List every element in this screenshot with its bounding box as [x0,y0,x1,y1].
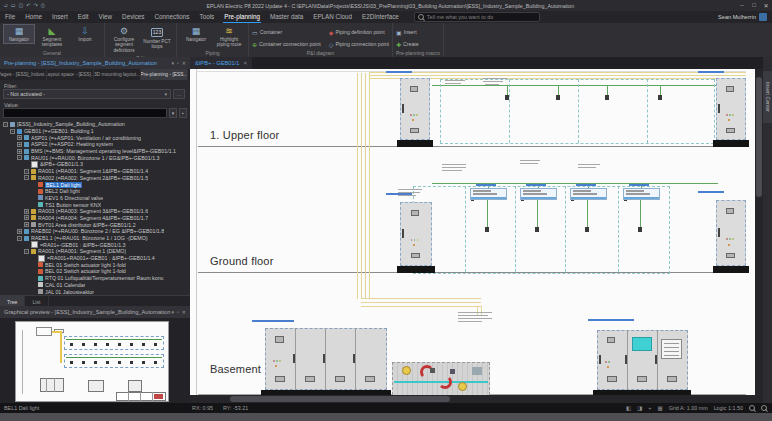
menu-tab-master-data[interactable]: Master data [265,11,308,23]
filter-more-button[interactable]: … [173,89,185,99]
container-button[interactable]: ▭Container [252,29,321,36]
expand-icon[interactable]: + [17,149,22,154]
piping-connection-point-button[interactable]: ◇Piping connection point [329,41,389,48]
value-input[interactable] [3,108,167,118]
tree-item[interactable]: -[ESS]_Industry_Sample_Building_Automati… [0,121,190,128]
menu-tab-e2dinterface[interactable]: E2DInterface [357,11,404,23]
expand-icon[interactable]: + [17,135,22,140]
tree-item[interactable]: =RA001+RA001+-GEB01 : &IPB+-GEB01/1.4 [0,255,190,262]
panel-tab-3[interactable]: Pre-planning - [ESS... [141,69,188,80]
expand-icon[interactable]: + [17,229,22,234]
filter-select[interactable]: - Not activated - ▾ [3,89,171,99]
highlight-piping-route-button[interactable]: ≋Highlight piping route [213,24,245,50]
save-icon[interactable]: ◫ [19,2,24,9]
tree-item[interactable]: -RA001 (=RA001: Segment 1&IPB+-GEB01/1.4 [0,168,190,175]
menu-tab-home[interactable]: Home [20,11,47,23]
segment-templates-button[interactable]: ◣Segment templates [36,24,68,50]
menu-tab-eplan-cloud[interactable]: EPLAN Cloud [308,11,357,23]
close-icon[interactable]: ✕ [760,2,772,9]
close-icon[interactable]: ✕ [182,60,186,66]
close-icon[interactable]: × [243,60,247,66]
scrollbar-thumb[interactable] [756,77,762,197]
collapse-icon[interactable]: - [24,249,29,254]
vertical-scrollbar[interactable] [755,69,763,395]
tree-item[interactable]: +RA004 (=RA004: Segment 4&IPB+-GEB01/1.7 [0,215,190,222]
menu-tab-insert[interactable]: Insert [47,11,73,23]
insert-center-tab[interactable]: Insert Center [763,71,772,123]
tree-item[interactable]: BEL1 Dali light [0,181,190,188]
snap-icon[interactable]: ◧ [626,405,631,411]
minimize-icon[interactable]: – [736,2,748,9]
tree-item[interactable]: +RAEB02 (=+RAU00: Bürozone 2 / EG &IPB+-… [0,228,190,235]
maximize-icon[interactable]: □ [748,2,760,9]
collapse-icon[interactable]: - [24,175,29,180]
tree-item[interactable]: CAL 01 Calendar [0,282,190,289]
tree-item[interactable]: BEL 02 Switch actuator light 1-fold [0,268,190,275]
object-snap-icon[interactable]: ◨ [637,405,642,411]
menu-tab-tools[interactable]: Tools [195,11,220,23]
scrollbar-thumb[interactable] [230,396,450,402]
zoom-out-icon[interactable] [749,405,755,411]
tree-item[interactable]: BEL2 Dali light [0,188,190,195]
expand-icon[interactable]: + [24,209,29,214]
collapse-icon[interactable]: - [24,169,29,174]
tree-item[interactable]: -RA001 (=RA001: Segment 1 (DEMO) [0,248,190,255]
panel-tab-0[interactable]: Pages - [ESS]_Indust... [0,69,47,80]
tree-item[interactable]: JAL 01 Jalousieaktor [0,288,190,295]
expand-icon[interactable]: + [24,215,29,220]
tree-item[interactable]: +ASP02 (=+ASP02: Heating system [0,141,190,148]
collapse-icon[interactable]: - [17,236,22,241]
zoom-in-icon[interactable] [761,405,767,411]
value-dropdown-button[interactable]: ▾ [169,108,177,118]
panel-tab-1[interactable]: Layout space - [ESS]... [47,69,94,80]
tree-item[interactable]: &IPB+-GEB01/1.3 [0,161,190,168]
user-area[interactable]: Sean Mulherrin [718,13,772,21]
tree-item[interactable]: +BVT01 Area distributor &IPB+-GEB01/1.2 [0,221,190,228]
menu-tab-edit[interactable]: Edit [73,11,94,23]
menu-tab-view[interactable]: View [94,11,118,23]
navigator-button[interactable]: ▦Navigator [180,24,212,44]
tree-item[interactable]: -RAU01 (=+RAU00: Bürozone 1 / EG&IPB+-GE… [0,154,190,161]
redo-icon[interactable]: ↷ [34,2,38,9]
expand-icon[interactable]: + [17,142,22,147]
undo-icon[interactable]: ↶ [26,2,30,9]
tree-item[interactable]: =RA01+-GEB01 : &IPB+-GEB01/1.3 [0,241,190,248]
navigator-button[interactable]: ▦Navigator [3,24,35,44]
menu-tab-connections[interactable]: Connections [150,11,195,23]
float-icon[interactable]: ▫ [177,60,179,66]
import-button[interactable]: ⇩Import [69,24,101,44]
panel-tab-2[interactable]: 3D mounting layout... [94,69,141,80]
document-tab[interactable]: &IPB+ - GEB01/1 × [190,57,252,69]
tree-item[interactable]: -RAEB1.1 (=+RAU01: Bürozone 1 / 1OG -(DE… [0,235,190,242]
configure-segment-definitions-button[interactable]: ⚙Configure segment definitions [108,24,140,55]
tree-item[interactable]: +BMS (=+BMS: Management operating level&… [0,148,190,155]
tree-item[interactable]: BEL 01 Switch actuator light 1-fold [0,261,190,268]
insert-button[interactable]: ▣Insert [396,29,440,36]
tree-item[interactable]: +ASP01 (=+ASP01: Ventilation / air condi… [0,134,190,141]
collapse-icon[interactable]: - [3,122,8,127]
tree-item[interactable]: +RA003 (=RA003: Segment 3&IPB+-GEB01/1.6 [0,208,190,215]
open-icon[interactable]: ▭ [11,2,16,9]
drawing-canvas[interactable]: 1. Upper floor Ground floor Basement [190,69,755,395]
tree-item[interactable]: TS1 Button sensor KNX [0,201,190,208]
create-button[interactable]: ✚Create [396,41,440,48]
grid-icon[interactable]: ▦ [657,405,662,411]
pin-icon[interactable]: ▾ [172,309,175,315]
collapse-icon[interactable]: - [10,129,15,134]
tree-item[interactable]: -GEB01 (=+GEB01: Building 1 [0,128,190,135]
close-icon[interactable]: ✕ [182,309,186,315]
menu-tab-pre-planning[interactable]: Pre-planning [219,11,265,23]
expand-icon[interactable]: + [24,222,29,227]
coordinates-icon[interactable]: + [648,405,651,411]
collapse-icon[interactable]: - [17,155,22,160]
new-icon[interactable]: ▱ [4,2,8,9]
tree-item[interactable]: KEV1 6 Directional valve [0,195,190,202]
value-apply-button[interactable]: ▪ [179,108,187,118]
container-connection-point-button[interactable]: ⊕Container connection point [252,41,321,48]
pin-icon[interactable]: ▾ [172,60,175,66]
menu-tab-devices[interactable]: Devices [117,11,149,23]
menu-tab-file[interactable]: File [0,11,20,23]
piping-definition-point-button[interactable]: ◆Piping definition point [329,29,389,36]
tree-item[interactable]: RTQ 01 Luftqualität/Temperatursensor Rau… [0,275,190,282]
float-icon[interactable]: ▫ [177,309,179,315]
